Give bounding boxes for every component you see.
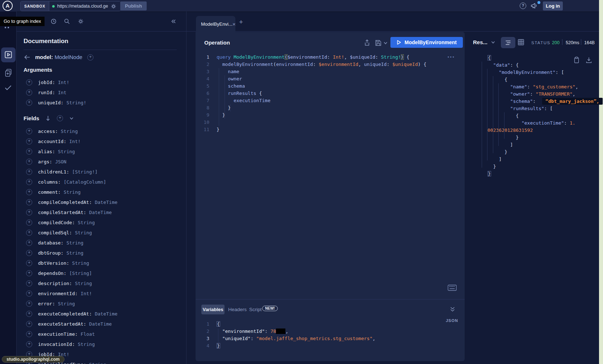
doc-field-row[interactable]: +executeStartedAt:DateTime (24, 319, 176, 329)
add-field-icon[interactable]: + (26, 209, 32, 216)
doc-field-row[interactable]: +error:String (24, 298, 176, 309)
doc-field-row[interactable]: +columns:[CatalogColumn] (24, 177, 176, 187)
doc-field-type[interactable]: String (66, 250, 83, 256)
doc-field-type[interactable]: [String] (69, 271, 92, 276)
doc-field-row[interactable]: +description:String (24, 278, 176, 288)
add-field-icon[interactable]: + (26, 189, 32, 195)
new-tab-button[interactable]: + (239, 18, 243, 26)
doc-field-type[interactable]: DateTime (89, 321, 112, 327)
doc-field-row[interactable]: +environmentId:Int! (24, 288, 176, 298)
doc-field-row[interactable]: +compiledSql:String (24, 227, 176, 238)
doc-field-type[interactable]: String (66, 240, 83, 246)
doc-field-row[interactable]: +compileCompletedAt:DateTime (24, 197, 176, 207)
tab-modelbyenvironment[interactable]: ModelByEnvi... × (196, 16, 235, 32)
save-operation-icon[interactable] (375, 40, 381, 46)
doc-field-type[interactable]: String (64, 189, 81, 195)
checks-icon[interactable] (4, 84, 13, 91)
add-field-icon[interactable]: + (26, 159, 32, 165)
add-field-icon[interactable]: + (26, 270, 32, 276)
sort-descending-icon[interactable] (46, 116, 50, 121)
add-field-icon[interactable]: + (26, 230, 32, 236)
add-field-icon[interactable]: + (26, 89, 32, 96)
add-field-icon[interactable]: + (26, 240, 32, 246)
add-field-icon[interactable]: + (26, 321, 32, 327)
doc-field-type-link[interactable]: ModelNode (55, 54, 83, 60)
tab-headers[interactable]: Headers (228, 307, 247, 312)
save-options-chevron-icon[interactable] (384, 42, 388, 45)
doc-field-row[interactable]: +jobId:Int! (24, 77, 176, 87)
doc-field-type[interactable]: Int! (81, 291, 92, 296)
graph-index-icon[interactable] (5, 27, 9, 28)
doc-field-row[interactable]: +invocationId:String (24, 339, 176, 349)
doc-field-type[interactable]: Int! (69, 139, 80, 144)
doc-field-type[interactable]: DateTime (95, 200, 118, 205)
search-icon[interactable] (64, 18, 70, 25)
doc-field-row[interactable]: +dbtGroup:String (24, 248, 176, 258)
doc-field-row[interactable]: +args:JSON (24, 156, 176, 167)
doc-field-row[interactable]: +dbtVersion:String (24, 258, 176, 268)
add-field-icon[interactable]: + (26, 79, 32, 85)
tab-variables[interactable]: Variables (201, 305, 225, 314)
add-field-icon[interactable]: + (26, 250, 32, 256)
tab-script[interactable]: Script (249, 307, 262, 312)
add-field-icon[interactable]: + (87, 54, 93, 60)
add-field-icon[interactable]: + (26, 260, 32, 266)
doc-field-type[interactable]: Float (81, 331, 95, 337)
add-field-icon[interactable]: + (26, 331, 32, 337)
apollo-logo-icon[interactable]: A (3, 1, 13, 11)
doc-field-row[interactable]: +executionTime:Float (24, 329, 176, 339)
run-operation-button[interactable]: ModelByEnvironment (390, 37, 463, 48)
login-button[interactable]: Log in (543, 1, 563, 11)
fields-options-chevron-icon[interactable] (70, 117, 74, 120)
add-field-icon[interactable]: + (26, 341, 32, 347)
doc-field-row[interactable]: +compiledCode:String (24, 217, 176, 227)
doc-field-type[interactable]: String (58, 301, 75, 306)
doc-field-row[interactable]: +runId:Int (24, 87, 176, 97)
doc-field-row[interactable]: +dependsOn:[String] (24, 268, 176, 278)
doc-field-type[interactable]: String (75, 281, 92, 286)
share-operation-icon[interactable] (364, 39, 370, 46)
table-view-icon[interactable] (518, 39, 524, 46)
variables-editor[interactable]: 1{2 "environmentId": 782,3 "uniqueId": "… (197, 321, 462, 350)
doc-field-row[interactable]: +alias:String (24, 146, 176, 156)
add-field-icon[interactable]: + (26, 219, 32, 226)
announcements-megaphone-icon[interactable] (530, 2, 538, 9)
doc-field-row[interactable]: +executeCompletedAt:DateTime (24, 309, 176, 319)
doc-field-type[interactable]: DateTime (89, 210, 112, 215)
add-field-icon[interactable]: + (26, 199, 32, 205)
add-field-icon[interactable]: + (26, 311, 32, 317)
add-field-icon[interactable]: + (26, 301, 32, 307)
add-field-icon[interactable]: + (26, 169, 32, 175)
doc-field-type[interactable]: String (75, 230, 92, 235)
publish-button[interactable]: Publish (120, 1, 147, 11)
response-options-chevron-icon[interactable] (491, 41, 495, 44)
doc-field-row[interactable]: +childrenL1:[String!] (24, 167, 176, 177)
doc-field-type[interactable]: Int (58, 90, 66, 95)
doc-field-type[interactable]: JSON (55, 159, 66, 164)
collapse-variables-chevrons-icon[interactable] (450, 306, 455, 312)
doc-field-row[interactable]: +uniqueId:String! (24, 97, 176, 108)
doc-field-type[interactable]: String (58, 149, 75, 154)
doc-field-row[interactable]: +comment:String (24, 187, 176, 197)
doc-field-type[interactable]: String! (66, 100, 86, 105)
doc-field-type[interactable]: [CatalogColumn] (64, 179, 106, 185)
endpoint-settings-gear-icon[interactable] (110, 3, 117, 9)
add-field-icon[interactable]: + (26, 179, 32, 185)
doc-field-type[interactable]: String (61, 129, 78, 134)
add-field-icon[interactable]: + (26, 148, 32, 155)
doc-field-type[interactable]: String (72, 260, 89, 266)
tab-close-icon[interactable]: × (233, 21, 236, 27)
doc-field-type[interactable]: Int! (58, 80, 69, 85)
back-arrow-icon[interactable] (24, 55, 30, 60)
operation-collections-icon[interactable] (4, 68, 13, 78)
doc-field-type[interactable]: String (78, 342, 95, 347)
collapse-panel-icon[interactable] (170, 18, 177, 25)
add-field-icon[interactable]: + (26, 128, 32, 134)
explorer-icon[interactable] (4, 50, 13, 59)
doc-field-row[interactable]: +access:String (24, 126, 176, 136)
endpoint-url-text[interactable]: https://metadata.cloud.get (57, 4, 108, 9)
operation-editor[interactable]: 1query ModelByEnvironment($environmentId… (197, 54, 462, 133)
history-icon[interactable] (50, 18, 57, 25)
doc-field-type[interactable]: String (78, 220, 95, 225)
doc-field-row[interactable]: +accountId:Int! (24, 136, 176, 146)
